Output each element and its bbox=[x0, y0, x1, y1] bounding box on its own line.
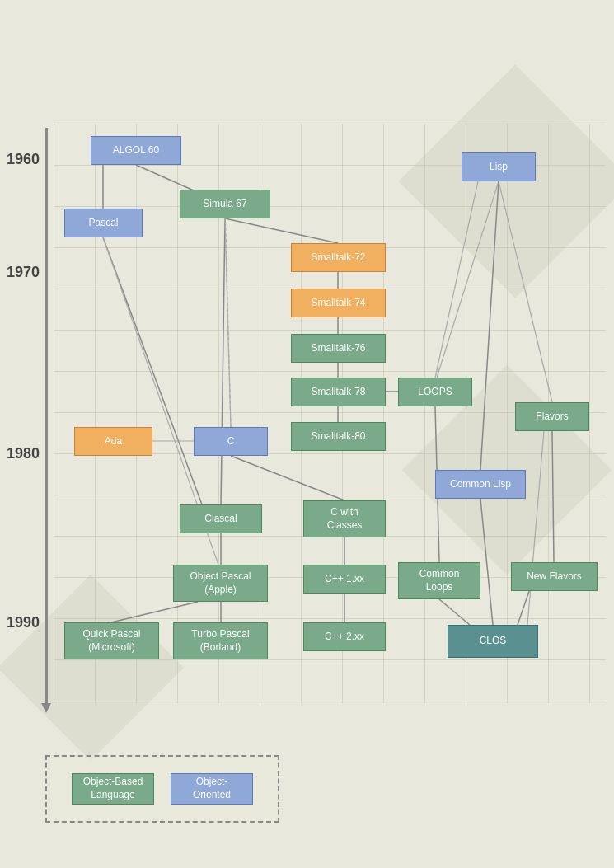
timeline-axis bbox=[45, 128, 48, 705]
year-1970: 1970 bbox=[7, 264, 40, 281]
node-cpp2xx: C++ 2.xx bbox=[303, 622, 386, 651]
node-commonloops: Common Loops bbox=[398, 562, 480, 599]
node-algol60: ALGOL 60 bbox=[91, 136, 181, 165]
node-smalltalk78: Smalltalk-78 bbox=[291, 378, 386, 406]
node-cpp1xx: C++ 1.xx bbox=[303, 565, 386, 594]
node-simula67: Simula 67 bbox=[180, 190, 270, 218]
node-pascal: Pascal bbox=[64, 209, 143, 237]
node-smalltalk76: Smalltalk-76 bbox=[291, 334, 386, 363]
legend-box-object-oriented: Object- Oriented bbox=[171, 773, 253, 805]
year-1990: 1990 bbox=[7, 614, 40, 631]
page-container: 1960 1970 1980 1990 bbox=[0, 0, 614, 868]
year-1980: 1980 bbox=[7, 445, 40, 462]
node-smalltalk72: Smalltalk-72 bbox=[291, 243, 386, 272]
node-clos: CLOS bbox=[448, 625, 538, 658]
legend-box-object-based: Object-Based Language bbox=[72, 773, 154, 805]
node-clascal: Clascal bbox=[180, 504, 262, 533]
node-commonlisp: Common Lisp bbox=[435, 470, 526, 499]
node-newflavors: New Flavors bbox=[511, 562, 598, 591]
legend: Object-Based Language Object- Oriented bbox=[45, 755, 279, 823]
legend-item-object-oriented: Object- Oriented bbox=[171, 773, 253, 805]
node-objectpascalapple: Object Pascal (Apple) bbox=[173, 565, 268, 602]
node-flavors: Flavors bbox=[515, 402, 589, 431]
node-smalltalk80: Smalltalk-80 bbox=[291, 422, 386, 451]
node-ada: Ada bbox=[74, 427, 152, 456]
page-title bbox=[0, 0, 614, 49]
node-cwithclasses: C with Classes bbox=[303, 500, 386, 537]
legend-item-object-based: Object-Based Language bbox=[72, 773, 154, 805]
node-quickpascal: Quick Pascal (Microsoft) bbox=[64, 622, 159, 659]
year-1960: 1960 bbox=[7, 151, 40, 168]
node-loops: LOOPS bbox=[398, 378, 472, 406]
node-smalltalk74: Smalltalk-74 bbox=[291, 289, 386, 317]
node-c: C bbox=[194, 427, 268, 456]
node-lisp: Lisp bbox=[462, 152, 536, 181]
node-turbopascal: Turbo Pascal (Borland) bbox=[173, 622, 268, 659]
